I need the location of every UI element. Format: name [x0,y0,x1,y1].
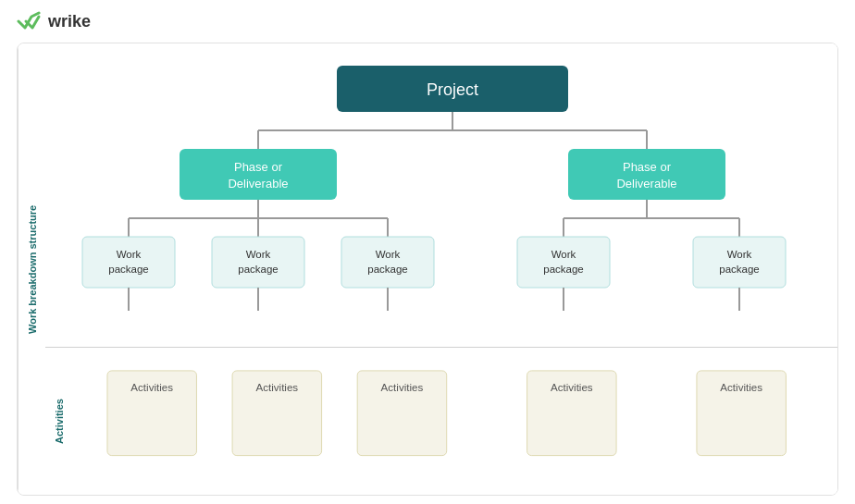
svg-text:Deliverable: Deliverable [228,177,288,191]
activities-row: Activities Activities Activities Activit… [73,348,837,495]
logo-text: wrike [48,12,91,31]
tree-diagram-svg: Project Phase or Deliverable Phase or De… [55,56,837,343]
svg-text:Phase or: Phase or [234,160,283,174]
svg-rect-21 [82,237,175,288]
svg-text:Work: Work [376,249,401,260]
svg-text:package: package [238,264,278,275]
svg-text:package: package [108,264,148,275]
svg-rect-9 [568,149,725,200]
activities-label: Activities [45,348,73,495]
svg-text:Activities: Activities [551,382,593,393]
svg-rect-27 [341,237,434,288]
wbs-label: Work breakdown structure [18,43,45,495]
header: wrike [0,0,855,43]
svg-text:Activities: Activities [130,382,173,393]
diagram-content: Project Phase or Deliverable Phase or De… [45,43,837,495]
svg-text:Phase or: Phase or [623,160,672,174]
svg-rect-24 [212,237,304,288]
main-container: Work breakdown structure Project Phase [17,43,838,496]
svg-text:package: package [719,264,759,275]
svg-rect-30 [517,237,610,288]
svg-text:package: package [543,264,583,275]
svg-text:Activities: Activities [255,382,298,393]
svg-text:Work: Work [551,249,576,260]
svg-rect-33 [693,237,786,288]
svg-text:Work: Work [117,249,142,260]
svg-text:Activities: Activities [720,382,762,393]
wbs-section: Project Phase or Deliverable Phase or De… [45,43,837,348]
svg-text:Activities: Activities [381,382,424,393]
activities-container: Activities Activities Activities Activit… [45,348,837,495]
svg-text:Work: Work [246,249,271,260]
wrike-logo-icon [17,11,43,31]
svg-text:Project: Project [427,80,478,99]
svg-rect-6 [180,149,337,200]
activities-svg: Activities Activities Activities Activit… [81,364,837,475]
svg-text:Deliverable: Deliverable [616,177,676,191]
svg-text:Work: Work [727,249,752,260]
svg-text:package: package [367,264,407,275]
logo: wrike [17,11,91,31]
